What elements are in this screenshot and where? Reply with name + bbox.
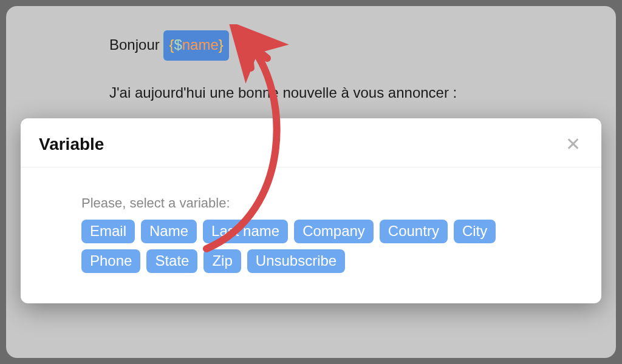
variable-chip-list: Email Name Last name Company Country Cit… xyxy=(81,220,541,273)
variable-chip-last-name[interactable]: Last name xyxy=(203,220,288,243)
editor-window: Bonjour {$name} J'ai aujourd'hui une bon… xyxy=(6,6,616,358)
modal-header: Variable ✕ xyxy=(21,118,601,167)
inline-variable-token[interactable]: {$name} xyxy=(163,30,228,61)
variable-chip-name[interactable]: Name xyxy=(141,220,197,243)
modal-prompt: Please, select a variable: xyxy=(81,195,541,211)
variable-chip-city[interactable]: City xyxy=(454,220,496,243)
token-name: name xyxy=(182,36,219,53)
editor-line-2: J'ai aujourd'hui une bonne nouvelle à vo… xyxy=(109,79,579,107)
close-icon[interactable]: ✕ xyxy=(563,133,583,156)
token-dollar: $ xyxy=(174,36,182,53)
variable-chip-email[interactable]: Email xyxy=(81,220,135,243)
variable-modal: Variable ✕ Please, select a variable: Em… xyxy=(21,118,601,303)
greeting-text: Bonjour xyxy=(109,36,163,53)
modal-title: Variable xyxy=(39,135,104,154)
variable-chip-country[interactable]: Country xyxy=(380,220,448,243)
editor-line-1: Bonjour {$name} xyxy=(109,30,579,61)
variable-chip-unsubscribe[interactable]: Unsubscribe xyxy=(247,249,345,273)
modal-body: Please, select a variable: Email Name La… xyxy=(21,167,601,303)
variable-chip-zip[interactable]: Zip xyxy=(203,249,241,273)
variable-chip-company[interactable]: Company xyxy=(294,220,374,243)
variable-chip-phone[interactable]: Phone xyxy=(81,249,140,273)
token-close-brace: } xyxy=(219,36,224,53)
variable-chip-state[interactable]: State xyxy=(146,249,197,273)
